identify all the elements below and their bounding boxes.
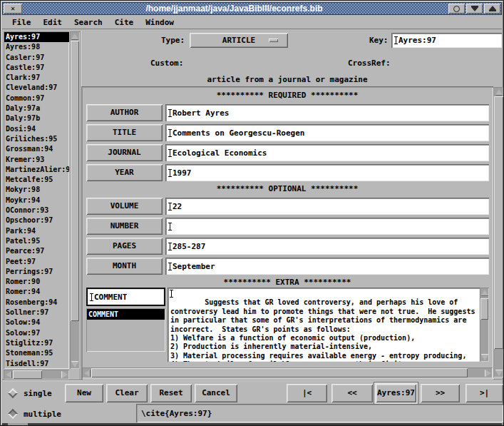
sidebar-list-item[interactable]: Romer:90 (4, 277, 69, 287)
sidebar-list-item[interactable]: Romer:94 (4, 287, 69, 297)
scrollbar-thumb[interactable] (13, 370, 42, 379)
sidebar-horizontal-scrollbar[interactable] (4, 370, 69, 380)
down-arrow-icon[interactable] (480, 353, 489, 362)
scrollbar-trough[interactable] (70, 41, 80, 360)
panel-vertical-scrollbar[interactable] (493, 87, 504, 377)
nav-first-button[interactable]: |< (287, 384, 327, 402)
sidebar-list-item[interactable]: Tisdell:97 (4, 359, 69, 369)
reset-button[interactable]: Reset (150, 384, 192, 402)
sidebar-list-item[interactable]: Moykr:94 (4, 196, 69, 206)
sidebar-list-item[interactable]: Sollner:97 (4, 308, 69, 318)
sidebar-list-item[interactable]: Cleveland:97 (4, 83, 69, 93)
journal-label-button[interactable]: JOURNAL (86, 144, 163, 161)
sidebar-list-item[interactable]: Perrings:97 (4, 267, 69, 277)
sidebar-list-item[interactable]: Castle:97 (4, 63, 69, 73)
comment-textarea[interactable]: Suggests that GR loved controversy, and … (168, 288, 480, 362)
menu-window[interactable]: Window (145, 18, 174, 27)
key-field[interactable]: Ayres:97 (391, 33, 502, 48)
extra-field-name-input[interactable]: COMMENT (86, 288, 165, 306)
right-arrow-icon[interactable] (483, 367, 493, 378)
volume-field[interactable]: 22 (165, 198, 489, 215)
author-label-button[interactable]: AUTHOR (86, 104, 163, 121)
sidebar-list-item[interactable]: Ayres:98 (4, 42, 69, 52)
sidebar-list-item[interactable]: Stoneman:95 (4, 348, 69, 358)
sidebar-list-item[interactable]: Kremer:93 (4, 155, 69, 165)
sidebar-list-item[interactable]: Rosenberg:94 (4, 298, 69, 308)
cancel-button[interactable]: Cancel (195, 384, 237, 402)
sidebar-list-item[interactable]: Park:94 (4, 226, 69, 236)
sidebar-list-item[interactable]: Patel:95 (4, 236, 69, 246)
menu-edit[interactable]: Edit (43, 18, 63, 27)
sidebar-list-item[interactable]: OConnor:93 (4, 206, 69, 215)
lower-button[interactable] (466, 4, 483, 14)
bottom-resize-bar[interactable] (2, 423, 502, 426)
title-field[interactable]: Comments on Georgescu-Roegen (165, 124, 489, 141)
sidebar-list-item[interactable]: Clark:97 (4, 73, 69, 83)
sidebar-list-item[interactable]: Dosi:94 (4, 124, 69, 134)
extra-list-item[interactable]: COMMENT (87, 309, 165, 320)
year-label-button[interactable]: YEAR (86, 164, 163, 181)
month-label-button[interactable]: MONTH (86, 258, 163, 275)
pages-label-button[interactable]: PAGES (86, 238, 163, 255)
sidebar-list-item[interactable]: Pearce:97 (4, 246, 69, 256)
mode-single-radio[interactable]: single (9, 385, 52, 402)
left-arrow-icon[interactable] (82, 367, 91, 378)
cite-string-field[interactable]: \cite{Ayres:97} (136, 404, 503, 422)
up-arrow-icon[interactable] (70, 31, 80, 41)
scrollbar-thumb[interactable] (71, 41, 79, 321)
right-arrow-icon[interactable] (60, 370, 69, 380)
nav-prev-button[interactable]: << (331, 384, 373, 402)
resize-handle[interactable] (8, 423, 28, 426)
pages-field[interactable]: 285-287 (165, 238, 489, 255)
nav-last-button[interactable]: >| (466, 384, 503, 402)
scrollbar-thumb[interactable] (494, 96, 503, 349)
scrollbar-thumb[interactable] (480, 298, 488, 320)
up-arrow-icon[interactable] (480, 288, 489, 297)
sidebar-list-item[interactable]: Solow:97 (4, 328, 69, 338)
sidebar-list-item[interactable]: Ayres:97 (4, 32, 69, 42)
sidebar-list-item[interactable]: Peet:97 (4, 257, 69, 267)
textarea-vertical-scrollbar[interactable] (480, 288, 489, 362)
down-arrow-icon[interactable] (70, 360, 80, 369)
title-label-button[interactable]: TITLE (86, 124, 163, 141)
sidebar-list-item[interactable]: Griliches:95 (4, 134, 69, 144)
sidebar-list-item[interactable]: Mokyr:98 (4, 185, 69, 195)
sidebar-list-item[interactable]: Stiglitz:97 (4, 338, 69, 348)
raise-button[interactable] (484, 4, 500, 14)
clear-button[interactable]: Clear (106, 384, 148, 402)
nav-next-button[interactable]: >> (421, 384, 460, 402)
nav-current-key-button[interactable]: Ayres:97 (376, 384, 416, 402)
scrollbar-trough[interactable] (480, 297, 489, 353)
iconify-button[interactable] (448, 4, 465, 14)
sidebar-list-item[interactable]: Metcalfe:95 (4, 175, 69, 185)
menu-search[interactable]: Search (74, 18, 103, 27)
number-field[interactable] (165, 218, 489, 235)
number-label-button[interactable]: NUMBER (86, 218, 163, 235)
sidebar-list-item[interactable]: Solow:94 (4, 318, 69, 328)
author-field[interactable]: Robert Ayres (165, 104, 489, 121)
sidebar-list-item[interactable]: Daly:97b (4, 113, 69, 123)
up-arrow-icon[interactable] (493, 87, 504, 96)
journal-field[interactable]: Ecological Economics (165, 144, 489, 161)
volume-label-button[interactable]: VOLUME (86, 198, 163, 215)
title-bar[interactable]: ✕ /home/jjanmaat/java/JavaBibIII/econref… (2, 2, 502, 15)
menu-cite[interactable]: Cite (115, 18, 134, 27)
sidebar-list-item[interactable]: Opschoor:97 (4, 215, 69, 225)
left-arrow-icon[interactable] (4, 370, 13, 380)
menu-file[interactable]: File (12, 18, 31, 27)
scrollbar-trough[interactable] (91, 367, 483, 378)
mode-multiple-radio[interactable]: multiple (9, 405, 61, 422)
scrollbar-thumb[interactable] (91, 368, 468, 377)
sidebar-list-item[interactable]: Grossman:94 (4, 144, 69, 154)
year-field[interactable]: 1997 (165, 164, 489, 181)
sidebar-list-item[interactable]: Casler:97 (4, 53, 69, 63)
month-field[interactable]: September (165, 258, 489, 275)
scrollbar-trough[interactable] (13, 370, 60, 380)
close-button[interactable]: ✕ (4, 4, 22, 14)
scrollbar-trough[interactable] (493, 96, 504, 368)
new-button[interactable]: New (65, 384, 103, 402)
down-arrow-icon[interactable] (493, 368, 504, 377)
type-option-menu[interactable]: ARTICLE (190, 33, 288, 48)
sidebar-list-item[interactable]: MartinezAlier:9 (4, 165, 69, 175)
sidebar-list-item[interactable]: Daly:97a (4, 103, 69, 113)
